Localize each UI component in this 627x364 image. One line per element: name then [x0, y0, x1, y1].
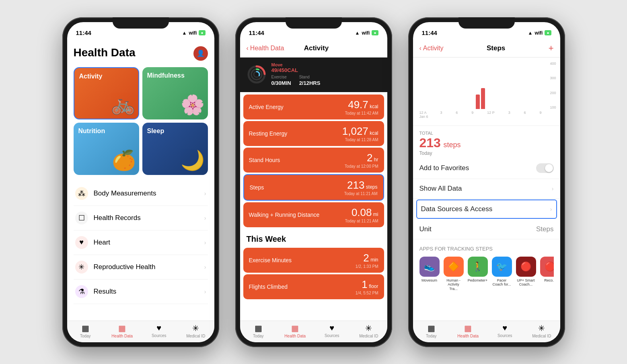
- today-icon-3: ▦: [428, 323, 435, 333]
- today-icon-2: ▦: [255, 323, 262, 333]
- y-label-400: 400: [550, 62, 556, 66]
- date-label-jan6: Jan 6: [419, 115, 428, 119]
- this-week-label: This Week: [240, 228, 387, 247]
- metric-flights[interactable]: Flights Climbed 1 floor 1/4, 5:52 PM: [243, 274, 384, 299]
- favorites-toggle[interactable]: [536, 163, 554, 173]
- mindfulness-icon: 🌸: [181, 94, 205, 116]
- metric-unit-wr: mi: [372, 212, 378, 217]
- time-2: 11:44: [249, 29, 264, 36]
- row-data-sources[interactable]: Data Sources & Access ›: [416, 199, 557, 219]
- up-name: UP+ Smart Coach...: [516, 278, 536, 287]
- tab-sources-2[interactable]: ♥ Sources: [314, 323, 351, 338]
- chevron-records: ›: [204, 215, 206, 221]
- chevron-heart: ›: [204, 239, 206, 246]
- tab-sources-3[interactable]: ♥ Sources: [487, 323, 524, 338]
- tiles-grid: Activity 🚲 Mindfulness 🌸 Nutrition 🍊 Sle…: [74, 67, 208, 175]
- metric-exercise-min[interactable]: Exercise Minutes 2 min 1/2, 1:33 PM: [243, 248, 384, 273]
- signal-icon-3: ▲: [528, 30, 533, 36]
- list-item-body[interactable]: ⁂ Body Measurements ›: [74, 181, 208, 206]
- app-pacer[interactable]: 🐦 Pacer Coach for...: [492, 257, 512, 291]
- back-chevron-3: ‹: [419, 45, 421, 52]
- tab-today-3[interactable]: ▦ Today: [413, 323, 450, 338]
- tab-today-2[interactable]: ▦ Today: [240, 323, 277, 338]
- list-item-repro[interactable]: ✳ Reproductive Health ›: [74, 255, 208, 280]
- tab-today-1[interactable]: ▦ Today: [67, 323, 104, 338]
- total-label: TOTAL: [419, 131, 554, 136]
- apps-section: Apps for Tracking Steps 👟 Movesum 🔶 Huma…: [413, 239, 560, 298]
- metric-resting-energy[interactable]: Resting Energy 1,027 kcal Today at 11:28…: [243, 121, 384, 146]
- status-icons-1: ▲ wifi ●: [182, 30, 206, 36]
- row-add-favorites[interactable]: Add to Favorites: [413, 158, 560, 179]
- total-num: 213: [419, 136, 441, 150]
- app-pedometer[interactable]: 🚶 Pedometer+: [468, 257, 488, 291]
- tile-mindfulness[interactable]: Mindfulness 🌸: [142, 67, 208, 119]
- tab-today-label-3: Today: [426, 334, 437, 338]
- tab-medical-2[interactable]: ✳ Medical ID: [350, 323, 387, 338]
- list-item-heart[interactable]: ♥ Heart ›: [74, 230, 208, 255]
- total-date: Today: [419, 150, 554, 156]
- tile-sleep[interactable]: Sleep 🌙: [142, 123, 208, 175]
- health-icon-3: ▦: [464, 323, 472, 333]
- medical-icon-3: ✳: [538, 323, 545, 333]
- reco-name: Reco...: [544, 278, 553, 283]
- tab-health-data-1[interactable]: ▦ Health Data: [104, 323, 141, 338]
- nutrition-icon: 🍊: [112, 149, 136, 172]
- tab-sources-1[interactable]: ♥ Sources: [141, 323, 178, 338]
- add-button-3[interactable]: +: [549, 43, 554, 53]
- tile-nutrition[interactable]: Nutrition 🍊: [74, 123, 139, 175]
- row-unit[interactable]: Unit Steps: [413, 220, 560, 239]
- back-button-2[interactable]: ‹ Health Data: [247, 45, 284, 52]
- move-label: Move: [271, 62, 381, 67]
- sources-icon-2: ♥: [329, 323, 334, 333]
- tab-health-3[interactable]: ▦ Health Data: [450, 323, 487, 338]
- metric-stand-hours[interactable]: Stand Hours 2 hr Today at 12:00 PM: [243, 148, 384, 173]
- health-records-icon: ☐: [75, 212, 88, 224]
- add-favorites-label: Add to Favorites: [419, 164, 469, 172]
- tab-bar-2: ▦ Today ▦ Health Data ♥ Sources ✳ Medica…: [240, 321, 387, 342]
- metric-unit-ae: kcal: [368, 104, 378, 109]
- tab-medical-3[interactable]: ✳ Medical ID: [523, 323, 560, 338]
- bar-col-12: [481, 88, 485, 109]
- app-human[interactable]: 🔶 Human - Activity Tra...: [444, 257, 464, 291]
- battery-icon: ●: [199, 30, 205, 35]
- metric-active-energy[interactable]: Active Energy 49.7 kcal Today at 11:42 A…: [243, 95, 384, 119]
- y-label-100: 100: [550, 105, 556, 109]
- tab-medical-1[interactable]: ✳ Medical ID: [177, 323, 214, 338]
- tab-today-label: Today: [80, 334, 91, 338]
- metric-val-sh: 2: [367, 152, 372, 164]
- sources-icon: ♥: [156, 323, 161, 333]
- back-button-3[interactable]: ‹ Activity: [419, 45, 444, 52]
- toggle-thumb: [545, 164, 553, 172]
- tab-health-label-2: Health Data: [284, 334, 306, 338]
- app-movesum[interactable]: 👟 Movesum: [419, 257, 440, 291]
- up-icon: 🔴: [516, 257, 536, 277]
- results-icon: ⚗: [75, 285, 88, 298]
- metric-val-wr: 0.08: [352, 206, 372, 218]
- x-label-18: 6: [524, 111, 526, 115]
- metric-steps[interactable]: Steps 213 steps Today at 11:21 AM: [243, 174, 384, 201]
- metric-time-fc: 1/4, 5:52 PM: [356, 291, 378, 295]
- time-1: 11:44: [76, 29, 91, 36]
- chevron-repro: ›: [204, 264, 206, 270]
- bike-icon: 🚲: [111, 93, 135, 115]
- metric-walk-run[interactable]: Walking + Running Distance 0.08 mi Today…: [243, 202, 384, 227]
- total-row: TOTAL 213 steps Today: [413, 126, 560, 158]
- phone1-scroll: Health Data 👤 Activity 🚲 Mindfulness 🌸 N…: [67, 40, 214, 321]
- x-label-6: 6: [456, 111, 458, 115]
- avatar-1[interactable]: 👤: [193, 46, 208, 61]
- pedometer-icon: 🚶: [468, 257, 488, 277]
- metric-name-steps: Steps: [250, 184, 264, 191]
- metric-unit-re: kcal: [368, 130, 378, 136]
- exercise-value: 0/30MIN: [271, 80, 291, 86]
- tab-sources-label-3: Sources: [497, 333, 512, 338]
- list-item-results[interactable]: ⚗ Results ›: [74, 280, 208, 304]
- row-show-all[interactable]: Show All Data ›: [413, 179, 560, 199]
- tab-sources-label: Sources: [152, 333, 167, 338]
- app-reco[interactable]: 🔴 Reco...: [540, 257, 554, 291]
- app-up[interactable]: 🔴 UP+ Smart Coach...: [516, 257, 536, 291]
- tile-activity[interactable]: Activity 🚲: [74, 67, 139, 119]
- battery-icon-3: ●: [545, 30, 551, 35]
- list-item-records[interactable]: ☐ Health Records ›: [74, 206, 208, 230]
- tab-health-2[interactable]: ▦ Health Data: [277, 323, 314, 338]
- list-label-records: Health Records: [94, 214, 204, 222]
